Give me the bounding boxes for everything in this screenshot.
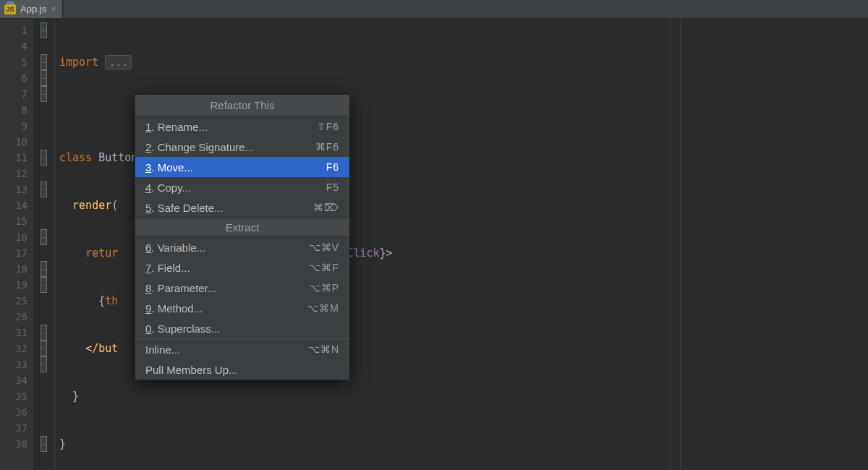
line-number: 38 (0, 436, 27, 452)
line-number: 26 (0, 309, 27, 325)
fold-slot: − (33, 70, 54, 86)
fold-slot: − (33, 150, 54, 166)
menu-item-shortcut: ⌘F6 (315, 141, 339, 153)
menu-item-copy[interactable]: 4. Copy...F5 (135, 177, 349, 197)
menu-item-label: 7. Field... (145, 262, 190, 274)
fold-collapse-icon[interactable]: − (41, 436, 47, 452)
menu-item-shortcut: ⌥⌘M (307, 302, 339, 314)
line-number: 4 (0, 38, 27, 54)
menu-item-superclass[interactable]: 0. Superclass... (135, 318, 349, 338)
line-number: 15 (0, 213, 27, 229)
menu-item-shortcut: F6 (326, 161, 339, 173)
fold-collapse-icon[interactable]: − (41, 70, 47, 86)
menu-item-label: 0. Superclass... (145, 322, 220, 335)
fold-slot (33, 293, 54, 309)
fold-slot (33, 388, 54, 404)
fold-collapse-icon[interactable]: − (41, 181, 47, 197)
menu-item-shortcut: ⌥⌘V (309, 242, 339, 253)
fold-collapse-icon[interactable]: − (41, 277, 47, 293)
fold-expand-icon[interactable]: + (41, 22, 47, 38)
line-number: 1 (0, 22, 27, 38)
line-number: 7 (0, 86, 27, 102)
method-render: render (72, 199, 111, 212)
fold-collapse-icon[interactable]: − (41, 54, 47, 70)
js-file-icon: JS (4, 4, 16, 14)
line-number: 33 (0, 356, 27, 372)
line-number: 8 (0, 102, 27, 118)
line-number: 9 (0, 118, 27, 134)
menu-item-shortcut: ⌥⌘P (309, 282, 339, 294)
menu-item-rename[interactable]: 1. Rename...⇧F6 (135, 116, 349, 137)
fold-slot (33, 309, 54, 325)
fold-collapse-icon[interactable]: − (41, 261, 47, 277)
menu-item-pull-members-up[interactable]: Pull Members Up... (135, 359, 349, 380)
jsx-close-tag: </but (85, 342, 118, 355)
refactor-this-menu: Refactor This 1. Rename...⇧F62. Change S… (135, 94, 350, 380)
menu-item-label: 1. Rename... (145, 121, 208, 133)
keyword-import: import (59, 56, 105, 69)
menu-item-label: 5. Safe Delete... (145, 202, 224, 214)
line-number: 5 (0, 54, 27, 70)
fold-collapse-icon[interactable]: − (41, 150, 47, 166)
menu-item-label: 4. Copy... (145, 181, 191, 194)
fold-collapse-icon[interactable]: − (41, 325, 47, 341)
fold-slot (33, 166, 54, 181)
line-number: 25 (0, 293, 27, 309)
close-icon[interactable]: × (51, 4, 56, 14)
fold-slot: − (33, 261, 54, 277)
line-number: 13 (0, 181, 27, 197)
menu-item-change-signature[interactable]: 2. Change Signature...⌘F6 (135, 137, 349, 157)
brace: { (98, 294, 105, 307)
menu-item-variable[interactable]: 6. Variable...⌥⌘V (135, 237, 349, 257)
menu-item-safe-delete[interactable]: 5. Safe Delete...⌘⌦ (135, 197, 349, 218)
line-number: 19 (0, 277, 27, 293)
fold-slot (33, 372, 54, 388)
menu-item-inline[interactable]: Inline...⌥⌘N (135, 339, 349, 359)
vertical-scrollbar[interactable] (670, 19, 680, 470)
brace: } (72, 390, 79, 403)
brace: } (59, 437, 66, 450)
menu-item-move[interactable]: 3. Move...F6 (135, 157, 349, 177)
menu-item-shortcut: ⌥⌘F (309, 262, 339, 273)
keyword-this: th (105, 294, 118, 307)
line-number: 11 (0, 150, 27, 166)
fold-gutter: +−−−−−−−−−−−− (32, 19, 55, 470)
fold-slot (33, 404, 54, 420)
folded-region[interactable]: ... (105, 55, 132, 69)
menu-title: Refactor This (135, 95, 349, 116)
editor: 1456789101112131415161718192526313233343… (0, 19, 868, 470)
tab-app-js[interactable]: JS App.js × (0, 0, 63, 18)
menu-item-shortcut: ⌘⌦ (313, 202, 339, 213)
tab-label: App.js (20, 4, 46, 14)
tab-bar: JS App.js × (0, 0, 868, 19)
fold-collapse-icon[interactable]: − (41, 86, 47, 102)
fold-slot: + (33, 22, 54, 38)
menu-item-parameter[interactable]: 8. Parameter...⌥⌘P (135, 278, 349, 298)
paren: ( (111, 199, 118, 212)
line-number: 34 (0, 372, 27, 388)
menu-item-method[interactable]: 9. Method...⌥⌘M (135, 298, 349, 318)
fold-collapse-icon[interactable]: − (41, 341, 47, 356)
fold-slot: − (33, 86, 54, 102)
fold-slot: − (33, 277, 54, 293)
fold-slot: − (33, 436, 54, 452)
keyword-return: retur (85, 247, 118, 260)
line-number: 17 (0, 245, 27, 261)
line-number-gutter: 1456789101112131415161718192526313233343… (0, 19, 32, 470)
fold-slot (33, 213, 54, 229)
fold-slot (33, 118, 54, 134)
jsx-close: }> (380, 247, 393, 260)
fold-slot (33, 197, 54, 213)
fold-collapse-icon[interactable]: − (41, 229, 47, 245)
fold-slot (33, 420, 54, 436)
line-number: 36 (0, 404, 27, 420)
fold-collapse-icon[interactable]: − (41, 356, 47, 372)
menu-item-field[interactable]: 7. Field...⌥⌘F (135, 257, 349, 278)
menu-item-label: Inline... (145, 343, 180, 356)
menu-item-label: 9. Method... (145, 302, 203, 315)
menu-item-label: 3. Move... (145, 161, 193, 174)
menu-item-label: 8. Parameter... (145, 282, 216, 294)
right-margin-pane (680, 19, 868, 470)
fold-slot (33, 134, 54, 150)
fold-slot (33, 38, 54, 54)
